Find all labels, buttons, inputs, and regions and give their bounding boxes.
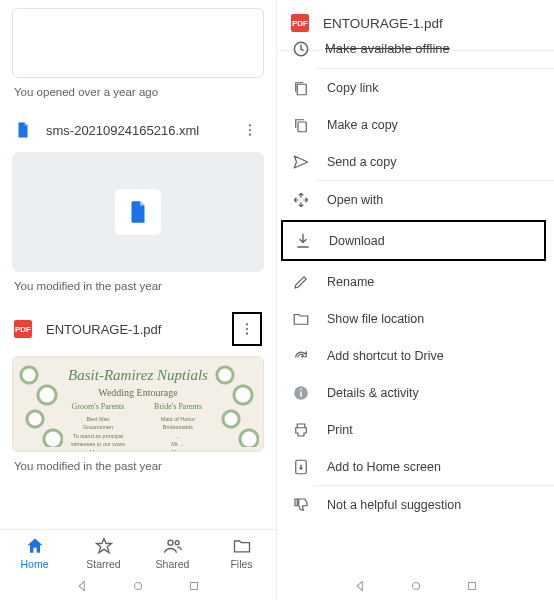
folder-icon [232,536,252,556]
svg-point-17 [412,583,419,590]
menu-label: Send a copy [327,155,397,169]
people-icon [163,536,183,556]
menu-download[interactable]: Download [279,222,544,259]
star-icon [94,536,114,556]
svg-point-4 [246,328,248,330]
thumbs-down-icon [291,495,311,515]
back-nav-icon[interactable] [75,579,89,593]
file-name: ENTOURAGE-1.pdf [46,322,232,337]
svg-point-8 [135,583,142,590]
svg-rect-15 [300,388,302,390]
android-navbar [277,572,554,600]
menu-rename[interactable]: Rename [277,263,554,300]
truncated-item: Make available offline [323,41,452,56]
drive-file-list-pane: You opened over a year ago sms-202109241… [0,0,277,600]
menu-label: Copy link [327,81,378,95]
file-thumbnail-placeholder[interactable] [12,8,264,78]
menu-label: Show file location [327,312,424,326]
pdf-icon: PDF [291,14,309,32]
svg-point-3 [246,323,248,325]
svg-point-2 [249,134,251,136]
menu-label: Details & activity [327,386,419,400]
menu-label: Add shortcut to Drive [327,349,444,363]
svg-point-5 [246,333,248,335]
modified-meta: You modified in the past year [14,280,262,292]
menu-add-shortcut[interactable]: Add shortcut to Drive [277,337,554,374]
recent-nav-icon[interactable] [465,579,479,593]
menu-print[interactable]: Print [277,411,554,448]
sheet-filename: ENTOURAGE-1.pdf [323,16,443,31]
thumb-columns: Groom's ParentsBest ManGroomsmenTo stand… [63,401,213,452]
more-options-button-annotated[interactable] [232,312,262,346]
send-icon [291,152,311,172]
download-icon [293,231,313,251]
offline-icon [291,39,311,59]
svg-rect-14 [300,391,302,396]
pdf-icon: PDF [14,320,32,338]
file-row-xml[interactable]: sms-20210924165216.xml [12,112,264,148]
download-annotation-box: Download [281,220,546,261]
rename-icon [291,272,311,292]
menu-label: Not a helpful suggestion [327,498,461,512]
svg-point-7 [175,541,179,545]
file-thumbnail-pdf[interactable]: Basit-Ramirez Nuptials Wedding Entourage… [12,356,264,452]
android-navbar [0,572,276,600]
link-icon [291,78,311,98]
menu-label: Make a copy [327,118,398,132]
thumb-subtitle: Wedding Entourage [13,387,263,398]
svg-rect-18 [468,583,475,590]
add-home-icon [291,457,311,477]
home-nav-icon[interactable] [409,579,423,593]
menu-details[interactable]: Details & activity [277,374,554,411]
file-actions-sheet: PDF ENTOURAGE-1.pdf Make available offli… [277,0,554,600]
menu-label: Open with [327,193,383,207]
modified-meta: You modified in the past year [14,460,262,472]
svg-rect-12 [298,122,306,132]
menu-send-copy[interactable]: Send a copy [277,143,554,180]
nav-label: Shared [156,558,190,570]
more-options-button[interactable] [238,118,262,142]
generic-doc-icon [115,189,161,235]
menu-copy-link[interactable]: Copy link [277,69,554,106]
pdf-badge: PDF [14,320,32,338]
file-row-pdf[interactable]: PDF ENTOURAGE-1.pdf [12,306,264,352]
nav-files[interactable]: Files [207,536,276,570]
file-list-scroll[interactable]: You opened over a year ago sms-202109241… [0,0,276,529]
nav-label: Files [230,558,252,570]
nav-shared[interactable]: Shared [138,536,207,570]
svg-point-1 [249,129,251,131]
file-icon [14,121,32,139]
bottom-nav: Home Starred Shared Files [0,529,276,572]
file-name: sms-20210924165216.xml [46,123,238,138]
menu-label: Add to Home screen [327,460,441,474]
nav-label: Starred [86,558,120,570]
svg-point-6 [168,540,173,545]
menu-label: Rename [327,275,374,289]
info-icon [291,383,311,403]
menu-open-with[interactable]: Open with [277,181,554,218]
opened-meta: You opened over a year ago [14,86,262,98]
shortcut-icon [291,346,311,366]
open-with-icon [291,190,311,210]
back-nav-icon[interactable] [353,579,367,593]
menu-add-home[interactable]: Add to Home screen [277,448,554,485]
home-icon [25,536,45,556]
svg-point-0 [249,124,251,126]
svg-rect-11 [297,84,306,95]
svg-rect-9 [191,583,198,590]
nav-starred[interactable]: Starred [69,536,138,570]
nav-label: Home [20,558,48,570]
file-thumbnail[interactable] [12,152,264,272]
copy-icon [291,115,311,135]
recent-nav-icon[interactable] [187,579,201,593]
print-icon [291,420,311,440]
nav-home[interactable]: Home [0,536,69,570]
menu-not-helpful[interactable]: Not a helpful suggestion [277,486,554,523]
home-nav-icon[interactable] [131,579,145,593]
menu-make-copy[interactable]: Make a copy [277,106,554,143]
menu-label: Print [327,423,353,437]
menu-show-location[interactable]: Show file location [277,300,554,337]
menu-label: Download [329,234,385,248]
thumb-title: Basit-Ramirez Nuptials [13,367,263,384]
sheet-top-divider: Make available offline [277,50,554,62]
